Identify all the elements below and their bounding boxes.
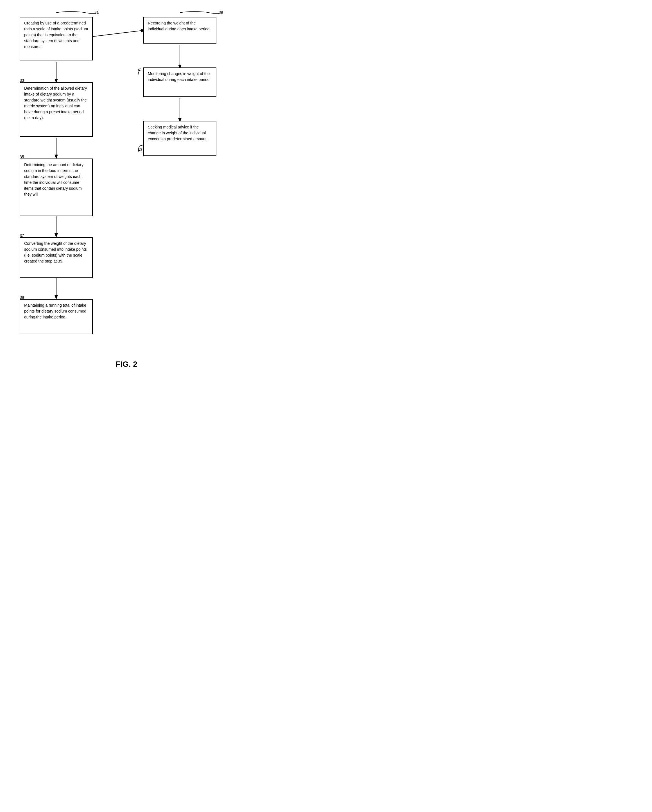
box-31-text: Creating by use of a predetermined ratio… <box>24 21 88 49</box>
label-31: 31 <box>95 10 99 15</box>
box-37: Converting the weight of the dietary sod… <box>20 237 93 278</box>
svg-line-1 <box>93 31 144 37</box>
box-39: Recording the weight of the individual d… <box>144 17 217 44</box>
label-41: 41 <box>138 67 142 72</box>
box-43: Seeking medical advice if the change in … <box>144 121 217 156</box>
box-35: Determining the amount of dietary sodium… <box>20 159 93 216</box>
box-33-text: Determination of the allowed dietary int… <box>24 86 87 120</box>
label-39: 39 <box>218 10 223 15</box>
figure-label: FIG. 2 <box>11 360 242 369</box>
box-39-text: Recording the weight of the individual d… <box>148 21 211 31</box>
label-43: 43 <box>138 148 142 152</box>
box-31: Creating by use of a predetermined ratio… <box>20 17 93 60</box>
box-38-text: Maintaining a running total of intake po… <box>24 303 86 319</box>
box-43-text: Seeking medical advice if the change in … <box>148 125 208 141</box>
box-35-text: Determining the amount of dietary sodium… <box>24 162 84 197</box>
box-33: Determination of the allowed dietary int… <box>20 82 93 137</box>
box-41: Monitoring changes in weight of the indi… <box>144 67 217 97</box>
box-38: Maintaining a running total of intake po… <box>20 299 93 334</box>
flowchart-diagram: 31 Creating by use of a predetermined ra… <box>11 8 242 351</box>
box-41-text: Monitoring changes in weight of the indi… <box>148 72 210 82</box>
box-37-text: Converting the weight of the dietary sod… <box>24 241 87 263</box>
